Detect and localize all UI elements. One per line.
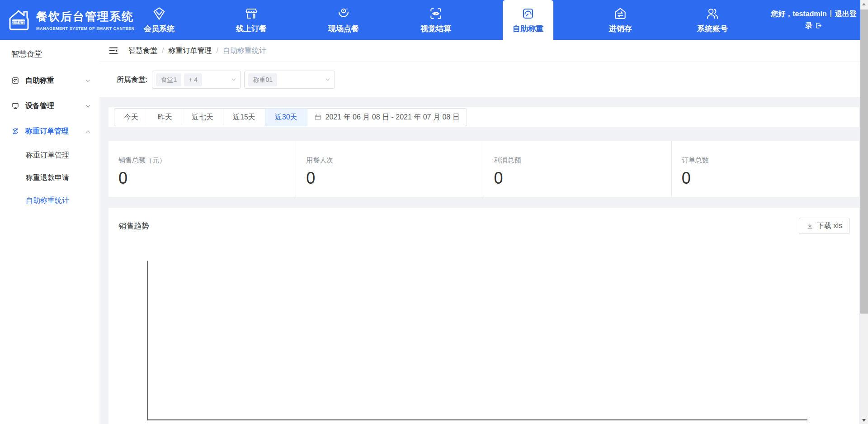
canteen-filter-label: 所属食堂:: [117, 75, 147, 85]
stats-card: 销售总额（元） 0 用餐人次 0 利润总额 0 订单总数 0: [108, 141, 859, 197]
date-range-picker[interactable]: 2021 年 06 月 08 日 - 2021 年 07 月 08 日: [307, 108, 467, 126]
date-range-text: 2021 年 06 月 08 日 - 2021 年 07 月 08 日: [326, 113, 460, 122]
nav-item-onsite-ordering[interactable]: 现场点餐: [297, 0, 390, 40]
canteen-select[interactable]: 食堂1 + 4: [152, 71, 241, 89]
scrollbar-down-arrow-icon[interactable]: [862, 419, 866, 422]
vertical-scrollbar[interactable]: [860, 0, 868, 424]
chevron-down-icon: [85, 103, 91, 110]
device-icon: [11, 102, 19, 110]
sales-trend-chart-plot-area: [147, 261, 807, 420]
sidebar-subitem-weighing-order-management[interactable]: 称重订单管理: [0, 144, 99, 167]
scrollbar-thumb[interactable]: [860, 10, 868, 314]
scale-gauge-icon: [11, 76, 19, 85]
top-navbar: 智慧食堂 餐饮后台管理系统 MANAGEMENT SYSTEM OF SMART…: [0, 0, 868, 40]
download-xls-button[interactable]: 下载 xls: [799, 218, 850, 234]
vision-scan-icon: [429, 6, 443, 21]
scale-device-select[interactable]: 称重01: [244, 71, 335, 89]
sidebar-item-device-management[interactable]: 设备管理: [0, 93, 99, 119]
date-button-yesterday[interactable]: 昨天: [148, 108, 182, 126]
date-filter-strip: 今天 昨天 近七天 近15天 近30天 2021 年 06 月 08 日 - 2…: [108, 107, 859, 127]
chart-title: 销售趋势: [118, 221, 149, 231]
app-logo-icon: 智慧食堂: [6, 8, 31, 32]
nav-item-member-system[interactable]: 会员系统: [113, 0, 205, 40]
sales-trend-card: 销售趋势 下载 xls: [108, 208, 859, 424]
gem-icon: [152, 6, 166, 21]
warehouse-icon: [613, 6, 627, 21]
date-button-last7days[interactable]: 近七天: [182, 108, 223, 126]
more-count-tag: + 4: [184, 73, 202, 86]
nav-item-system-account[interactable]: 系统账号: [666, 0, 759, 40]
collapse-menu-icon[interactable]: [108, 46, 118, 56]
breadcrumb-item-home[interactable]: 智慧食堂: [128, 46, 157, 56]
filter-panel: 所属食堂: 食堂1 + 4 称重01: [99, 62, 868, 97]
breadcrumb: 智慧食堂 / 称重订单管理 / 自助称重统计: [128, 46, 266, 56]
scrollbar-up-arrow-icon[interactable]: [862, 3, 866, 5]
breadcrumb-bar: 智慧食堂 / 称重订单管理 / 自助称重统计: [99, 40, 868, 62]
nav-item-inventory[interactable]: 进销存: [574, 0, 666, 40]
divider: [830, 10, 831, 17]
main-content: 智慧食堂 / 称重订单管理 / 自助称重统计 所属食堂: 食堂1 + 4 称重0…: [99, 40, 868, 424]
date-button-last15days[interactable]: 近15天: [223, 108, 265, 126]
breadcrumb-item-current: 自助称重统计: [223, 46, 266, 56]
top-nav-menu: 会员系统 线上订餐: [113, 0, 759, 40]
chevron-up-icon: [85, 128, 91, 135]
nav-item-online-ordering[interactable]: 线上订餐: [205, 0, 297, 40]
chevron-down-icon: [85, 77, 91, 84]
user-greeting: 您好，testadmin: [771, 10, 827, 18]
nav-item-vision-settlement[interactable]: 视觉结算: [390, 0, 482, 40]
logo-text: 智慧食堂: [11, 20, 26, 24]
nav-item-self-weighing[interactable]: 自助称重: [482, 0, 574, 40]
sidebar-header: 智慧食堂: [0, 40, 99, 68]
storefront-icon: [244, 6, 259, 21]
date-button-today[interactable]: 今天: [114, 108, 148, 126]
app-subtitle: MANAGEMENT SYSTEM OF SMART CANTEEN: [36, 26, 135, 31]
scale-gauge-icon: [521, 6, 535, 21]
sidebar-subitem-weighing-refund-request[interactable]: 称重退款申请: [0, 167, 99, 189]
sidebar-subitem-self-weighing-statistics[interactable]: 自助称重统计: [0, 189, 99, 212]
breadcrumb-item-weighing-orders[interactable]: 称重订单管理: [168, 46, 212, 56]
selected-tag: 称重01: [248, 73, 277, 86]
sidebar: 智慧食堂 自助称重 设备管理: [0, 40, 99, 424]
user-area: 您好，testadmin退出登录: [759, 0, 868, 40]
dine-in-icon: [336, 6, 351, 21]
sidebar-item-self-weighing[interactable]: 自助称重: [0, 68, 99, 93]
stat-diner-count: 用餐人次 0: [296, 141, 484, 197]
stat-total-orders: 订单总数 0: [672, 141, 859, 197]
page-content: 今天 昨天 近七天 近15天 近30天 2021 年 06 月 08 日 - 2…: [99, 97, 868, 424]
download-icon: [807, 223, 813, 229]
stat-total-sales: 销售总额（元） 0: [108, 141, 296, 197]
chevron-down-icon: [231, 76, 237, 83]
sidebar-item-weighing-order-management[interactable]: 称重订单管理: [0, 119, 99, 144]
selected-tag: 食堂1: [156, 73, 181, 86]
chevron-down-icon: [325, 76, 331, 83]
users-icon: [705, 6, 720, 21]
logout-icon: [815, 22, 822, 29]
calendar-icon: [314, 114, 321, 121]
date-button-last30days[interactable]: 近30天: [265, 108, 307, 126]
stat-total-profit: 利润总额 0: [484, 141, 672, 197]
weighing-order-icon: [11, 127, 19, 135]
brand: 智慧食堂 餐饮后台管理系统 MANAGEMENT SYSTEM OF SMART…: [0, 0, 113, 40]
